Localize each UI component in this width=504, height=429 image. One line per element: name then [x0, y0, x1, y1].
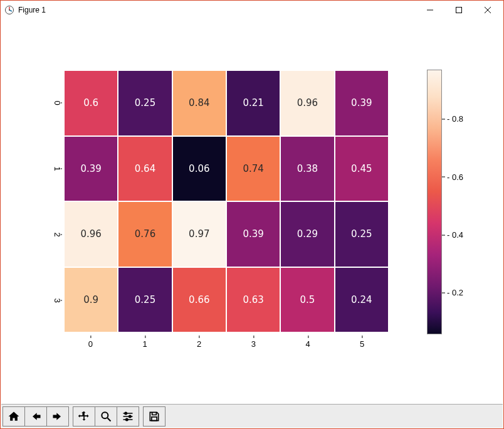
cell-1-5: 0.45 [335, 136, 389, 202]
x-tick-5: 5 [360, 339, 364, 349]
save-button[interactable] [144, 407, 165, 426]
x-axis-ticks: 0 1 2 3 4 5 [63, 336, 389, 353]
cell-1-1: 0.64 [118, 136, 172, 202]
pan-icon [78, 410, 90, 423]
x-tick-3: 3 [251, 339, 256, 349]
svg-point-4 [125, 412, 127, 414]
cell-2-3: 0.39 [226, 201, 280, 267]
minimize-button[interactable] [416, 1, 444, 19]
heatmap-grid: 0.60.250.840.210.960.390.390.640.060.740… [63, 70, 389, 333]
x-tick-4: 4 [305, 339, 310, 349]
cell-3-1: 0.25 [118, 267, 172, 333]
cell-1-2: 0.06 [172, 136, 226, 202]
svg-rect-2 [456, 8, 462, 13]
window-titlebar: Figure 1 [1, 1, 503, 19]
colorbar-tick-3: - 0.8 [447, 114, 463, 124]
zoom-button[interactable] [95, 407, 117, 426]
svg-rect-7 [152, 416, 157, 420]
configure-button[interactable] [117, 407, 139, 426]
svg-point-6 [126, 418, 128, 420]
cell-0-4: 0.96 [280, 70, 334, 136]
y-axis-ticks: 0 1 2 3 [27, 70, 60, 333]
forward-button[interactable] [46, 407, 68, 426]
forward-icon [51, 410, 64, 423]
cell-2-2: 0.97 [172, 201, 226, 267]
nav-toolbar [1, 404, 503, 428]
y-tick-2: 2 [53, 232, 62, 236]
cell-2-5: 0.25 [335, 201, 389, 267]
save-icon [148, 410, 160, 423]
cell-3-5: 0.24 [335, 267, 389, 333]
configure-icon [122, 410, 134, 423]
back-icon [29, 410, 42, 423]
close-button[interactable] [473, 1, 502, 19]
svg-point-5 [129, 415, 131, 417]
x-tick-1: 1 [142, 339, 147, 349]
maximize-button[interactable] [444, 1, 473, 19]
y-tick-1: 1 [53, 166, 62, 171]
cell-1-0: 0.39 [64, 136, 118, 202]
window-title: Figure 1 [18, 6, 46, 14]
cell-0-1: 0.25 [118, 70, 172, 136]
home-button[interactable] [3, 407, 24, 426]
cell-3-2: 0.66 [172, 267, 226, 333]
cell-1-4: 0.38 [280, 136, 334, 202]
y-tick-3: 3 [53, 298, 62, 302]
colorbar-ticks: - 0.2- 0.4- 0.6- 0.8 [442, 70, 480, 333]
figure-canvas[interactable]: 0 1 2 3 0.60.250.840.210.960.390.390.640… [1, 19, 503, 405]
colorbar-tick-0: - 0.2 [447, 288, 463, 297]
cell-3-3: 0.63 [226, 267, 280, 333]
cell-2-1: 0.76 [118, 201, 172, 267]
x-tick-2: 2 [197, 339, 201, 349]
cell-0-2: 0.84 [172, 70, 226, 136]
colorbar [427, 70, 441, 333]
cell-1-3: 0.74 [226, 136, 280, 202]
colorbar-tick-2: - 0.6 [447, 172, 463, 181]
cell-0-0: 0.6 [64, 70, 118, 136]
cell-2-4: 0.29 [280, 201, 334, 267]
pan-button[interactable] [73, 407, 95, 426]
cell-3-4: 0.5 [280, 267, 334, 333]
colorbar-gradient [427, 70, 442, 334]
cell-2-0: 0.96 [64, 201, 118, 267]
colorbar-tick-1: - 0.4 [447, 230, 463, 240]
heatmap-axes: 0.60.250.840.210.960.390.390.640.060.740… [63, 70, 389, 333]
svg-point-1 [9, 9, 10, 11]
svg-point-3 [102, 412, 108, 418]
cell-0-5: 0.39 [335, 70, 389, 136]
x-tick-0: 0 [88, 339, 93, 349]
y-tick-0: 0 [53, 100, 62, 105]
home-icon [8, 410, 20, 423]
back-button[interactable] [24, 407, 46, 426]
cell-3-0: 0.9 [64, 267, 118, 333]
zoom-icon [100, 410, 112, 423]
cell-0-3: 0.21 [226, 70, 280, 136]
app-icon [4, 5, 14, 15]
